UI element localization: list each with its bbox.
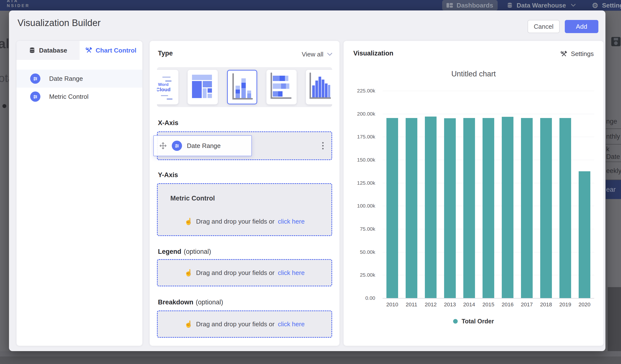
gear-icon: ⚙	[592, 1, 598, 10]
x-tick-label: 2012	[420, 301, 442, 308]
view-all-dropdown[interactable]: View all	[302, 51, 332, 58]
tap-hand-icon: ☝	[184, 269, 193, 277]
type-section-heading: Type	[158, 50, 173, 57]
cancel-button[interactable]: Cancel	[528, 20, 560, 33]
add-button[interactable]: Add	[565, 20, 598, 33]
chart-plot-area	[382, 91, 594, 298]
gridline	[382, 114, 594, 114]
y-tick-label: 0.00	[344, 295, 379, 301]
nav-dashboards[interactable]: Dashboards	[442, 0, 498, 11]
background-list-item: k Date	[606, 144, 621, 162]
visualization-builder-modal: Visualization Builder Cancel Add Databas…	[9, 10, 605, 351]
tab-chart-control-label: Chart Control	[96, 47, 137, 54]
chip-label: Date Range	[187, 142, 221, 150]
tab-chart-control[interactable]: Chart Control	[80, 41, 143, 60]
breakdown-heading-text: Breakdown	[158, 298, 193, 306]
tab-database[interactable]: Database	[17, 41, 80, 60]
brand-line-top: ATA	[7, 0, 30, 3]
field-item-metric-control[interactable]: Metric Control	[17, 87, 142, 105]
kebab-menu-icon[interactable]	[322, 132, 324, 159]
x-tick-label: 2016	[497, 301, 518, 308]
background-right-list: nge nthly k Date eekly ear	[606, 114, 621, 199]
click-here-link[interactable]: click here	[278, 218, 305, 225]
type-card-stacked-column[interactable]	[227, 70, 257, 104]
dropzone-hint-text: Drag and drop your fields or	[196, 218, 275, 225]
x-tick-label: 2013	[439, 301, 461, 308]
y-axis-dropzone[interactable]: Metric Control ☝ Drag and drop your fiel…	[157, 183, 332, 236]
y-tick-label: 225.00k	[344, 88, 379, 94]
chart-settings-button[interactable]: Settings	[560, 50, 594, 58]
brand-logo: ATA NSIDER	[7, 0, 30, 8]
word-cloud-word: Cloud	[157, 87, 171, 92]
tab-database-label: Database	[39, 47, 67, 54]
x-tick-label: 2019	[554, 301, 576, 308]
treemap-thumbnail	[188, 70, 216, 103]
stacked-bar-thumbnail	[266, 70, 295, 103]
x-axis-heading: X-Axis	[158, 119, 178, 127]
legend-dropzone[interactable]: ☝ Drag and drop your fields or click her…	[157, 259, 332, 286]
legend-heading: Legend(optional)	[158, 248, 211, 256]
chart-settings-label: Settings	[571, 50, 594, 58]
control-slider-icon	[172, 141, 182, 151]
y-axis-labels: 225.00k200.00k175.00k150.00k125.00k100.0…	[344, 91, 379, 298]
type-card-stacked-bar[interactable]	[266, 70, 297, 104]
visualization-heading: Visualization	[353, 50, 394, 57]
dropzone-hint-text: Drag and drop your fields or	[196, 320, 275, 328]
gridline	[382, 91, 594, 91]
decor	[165, 81, 172, 82]
click-here-link[interactable]: click here	[278, 269, 305, 277]
type-card-column[interactable]	[306, 70, 332, 104]
stacked-column-thumbnail	[228, 70, 257, 104]
breakdown-heading: Breakdown(optional)	[158, 298, 223, 306]
bar-2019	[559, 118, 571, 298]
visualization-panel: Visualization Settings Untitled chart 22…	[344, 41, 604, 346]
sidebar-tabs: Database Chart Control	[17, 41, 142, 60]
x-tick-label: 2014	[458, 301, 480, 308]
nav-data-warehouse[interactable]: Data Warehouse	[507, 0, 575, 11]
bar-2013	[444, 118, 456, 298]
x-tick-label: 2020	[573, 301, 595, 308]
y-axis-control-title: Metric Control	[170, 195, 215, 202]
background-band	[0, 356, 621, 364]
dashboard-grid-icon	[447, 3, 453, 8]
control-slider-icon	[30, 91, 40, 102]
field-item-label: Metric Control	[49, 93, 88, 101]
y-tick-label: 175.00k	[344, 134, 379, 140]
date-range-drag-chip[interactable]: Date Range	[153, 135, 252, 156]
x-tick-label: 2010	[381, 301, 403, 308]
bar-2014	[463, 118, 475, 298]
background-list-item-selected: ear	[606, 180, 621, 199]
dropzone-hint-text: Drag and drop your fields or	[196, 269, 275, 277]
dropzone-hint: ☝ Drag and drop your fields or click her…	[158, 311, 331, 337]
breakdown-dropzone[interactable]: ☝ Drag and drop your fields or click her…	[157, 311, 332, 338]
control-slider-icon	[30, 73, 40, 84]
legend-optional-text: (optional)	[184, 248, 211, 255]
x-tick-label: 2011	[400, 301, 422, 308]
click-here-link[interactable]: click here	[278, 320, 305, 328]
nav-dashboards-label: Dashboards	[456, 2, 493, 9]
bar-2020	[579, 171, 590, 298]
y-tick-label: 150.00k	[344, 157, 379, 163]
x-tick-label: 2017	[516, 301, 538, 308]
chart-builder-panel: Type View all Word Cloud	[150, 41, 340, 346]
chart-title: Untitled chart	[344, 69, 604, 78]
decor	[161, 95, 168, 96]
background-text-fragment: al	[0, 35, 10, 51]
chart-legend: Total Order	[344, 318, 604, 325]
fields-sidebar: Database Chart Control Date Range	[17, 41, 142, 346]
type-card-treemap[interactable]	[188, 70, 218, 104]
bar-2015	[483, 118, 494, 298]
bar-2012	[425, 117, 437, 298]
bar-2018	[540, 118, 552, 298]
gridline	[382, 298, 594, 298]
y-tick-label: 200.00k	[344, 111, 379, 117]
chart-type-carousel: Word Cloud	[157, 67, 332, 107]
nav-settings[interactable]: ⚙ Settings	[592, 0, 621, 11]
type-card-word-cloud[interactable]: Word Cloud	[157, 70, 178, 104]
y-tick-label: 125.00k	[344, 180, 379, 186]
field-item-date-range[interactable]: Date Range	[17, 69, 142, 87]
field-item-label: Date Range	[49, 75, 83, 83]
database-icon	[507, 2, 513, 9]
background-list-item: nge	[606, 114, 621, 129]
x-axis-labels: 2010201120122013201420152016201720182019…	[382, 301, 594, 309]
